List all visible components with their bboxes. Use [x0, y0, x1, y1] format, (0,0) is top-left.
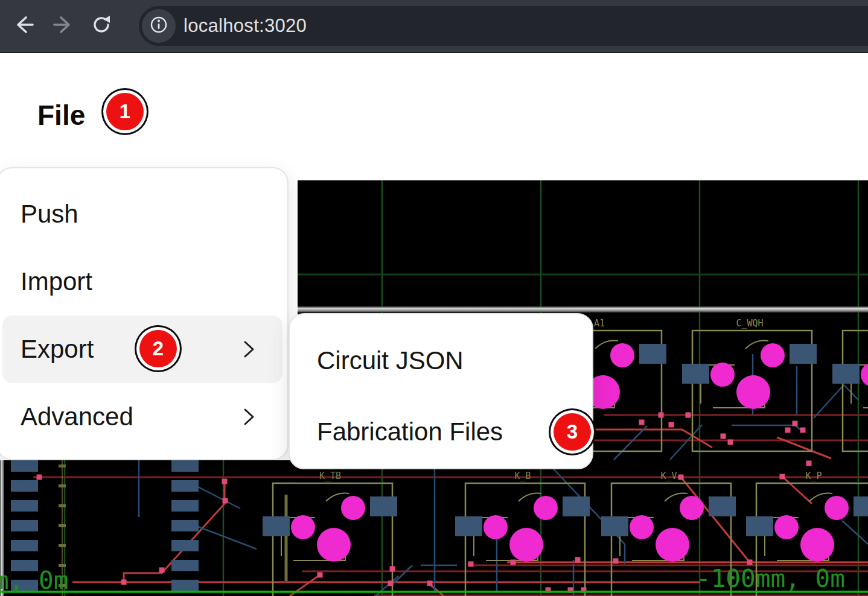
reload-icon: [88, 11, 115, 40]
reload-button[interactable]: [88, 13, 115, 39]
footprint-label: K_TB: [319, 471, 341, 481]
chevron-right-icon: [237, 337, 261, 361]
board-edge-horizontal: [298, 306, 868, 312]
menu-item-push[interactable]: Push: [0, 180, 287, 248]
footprint-label: K_V: [660, 471, 677, 481]
menu-item-label: Circuit JSON: [317, 346, 464, 375]
coordinate-label-left: m, 0m: [0, 566, 68, 595]
footprint-label: K_P: [805, 471, 822, 481]
menu-item-label: Import: [21, 267, 92, 296]
file-menu-button[interactable]: File: [37, 99, 85, 132]
menu-item-label: Advanced: [21, 402, 133, 431]
menu-item-label: Push: [21, 200, 78, 229]
submenu-item-circuit-json[interactable]: Circuit JSON: [290, 325, 592, 396]
url-text: localhost:3020: [183, 15, 307, 37]
export-submenu: Circuit JSON Fabrication Files: [289, 313, 593, 469]
footprint-label: A1: [594, 318, 605, 329]
arrow-right-icon: [49, 11, 76, 40]
coordinate-label-right: -100mm, 0m: [696, 564, 845, 593]
footprint-label: K_B: [514, 471, 531, 481]
arrow-left-icon: [11, 11, 37, 40]
file-dropdown-menu: Push Import Export Advanced: [0, 167, 289, 460]
annotation-badge-1: 1: [106, 93, 144, 130]
back-button[interactable]: [11, 13, 37, 39]
chevron-right-icon: [237, 405, 261, 429]
menu-item-advanced[interactable]: Advanced: [0, 383, 287, 451]
url-bar[interactable]: localhost:3020: [139, 6, 868, 46]
site-info-button[interactable]: [142, 9, 176, 43]
submenu-item-fabrication-files[interactable]: Fabrication Files: [290, 396, 592, 468]
screen: localhost:3020 File A1C_WQHK_TBK_B: [0, 0, 868, 596]
forward-button[interactable]: [49, 13, 76, 39]
menu-item-import[interactable]: Import: [0, 248, 287, 315]
menu-item-label: Export: [21, 335, 94, 364]
menu-item-label: Fabrication Files: [317, 417, 503, 446]
annotation-badge-3: 3: [554, 413, 591, 451]
browser-toolbar: localhost:3020: [0, 0, 868, 53]
footprint-label: C_WQH: [736, 318, 763, 329]
info-circle-icon: [147, 13, 171, 39]
annotation-badge-2: 2: [139, 330, 177, 367]
